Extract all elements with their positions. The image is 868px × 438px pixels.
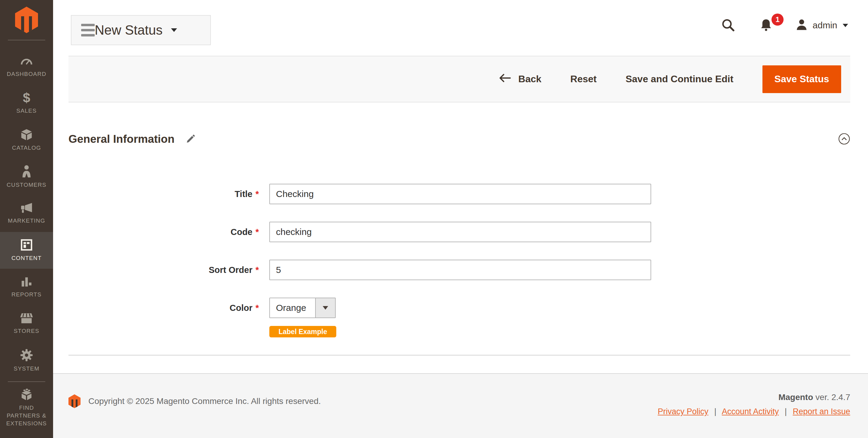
reports-barchart-icon (20, 276, 33, 288)
sidebar-item-marketing[interactable]: MARKETING (0, 195, 53, 232)
page-header: New Status (53, 0, 868, 56)
version-number: ver. 2.4.7 (815, 393, 850, 402)
save-and-continue-button[interactable]: Save and Continue Edit (625, 73, 733, 85)
select-dropdown-button[interactable] (315, 298, 335, 317)
notifications-button[interactable]: 1 (759, 18, 773, 33)
code-label: Code (68, 227, 252, 237)
sales-icon: $ (23, 92, 30, 104)
privacy-policy-link[interactable]: Privacy Policy (658, 407, 709, 416)
form-row-sort-order: Sort Order * (68, 260, 850, 280)
save-status-button[interactable]: Save Status (763, 65, 841, 93)
back-label: Back (519, 73, 542, 85)
sidebar-item-label: SALES (16, 107, 36, 115)
sidebar-item-label: DASHBOARD (7, 70, 46, 78)
header-actions: 1 admin (721, 14, 848, 36)
sidebar-item-label: STORES (14, 327, 39, 335)
save-continue-label: Save and Continue Edit (625, 73, 733, 85)
page-actions-toolbar: Back Reset Save and Continue Edit Save S… (68, 56, 850, 102)
sidebar-item-content[interactable]: CONTENT (0, 232, 53, 269)
chevron-down-icon (843, 24, 848, 27)
version-line: Magento ver. 2.4.7 (658, 393, 850, 402)
required-marker: * (255, 189, 263, 199)
code-field[interactable] (269, 222, 651, 242)
link-separator: | (714, 407, 716, 416)
catalog-box-icon (20, 128, 33, 141)
color-label: Color (68, 303, 252, 313)
username: admin (812, 20, 837, 30)
chevron-down-icon (323, 306, 328, 310)
footer-right: Magento ver. 2.4.7 Privacy Policy | Acco… (658, 393, 850, 416)
partners-brick-icon (20, 388, 33, 401)
notification-count-badge: 1 (772, 13, 783, 26)
content-layout-icon (20, 239, 33, 251)
sidebar-item-label: CONTENT (11, 254, 42, 262)
color-select[interactable]: Orange (269, 298, 336, 318)
magento-logo-link[interactable] (0, 0, 53, 40)
sidebar-item-label: CATALOG (12, 144, 41, 152)
dashboard-icon (20, 55, 33, 67)
sidebar-item-dashboard[interactable]: DASHBOARD (0, 48, 53, 85)
collapse-section-button[interactable] (838, 133, 850, 146)
sidebar-item-customers[interactable]: CUSTOMERS (0, 159, 53, 195)
title-field[interactable] (269, 184, 651, 204)
account-activity-link[interactable]: Account Activity (722, 407, 779, 416)
system-gear-icon (20, 348, 33, 362)
sidebar-nav: DASHBOARD $ SALES CATALOG (0, 48, 53, 379)
reset-label: Reset (570, 73, 596, 85)
content-column: New Status (53, 0, 868, 438)
sidebar-item-label: MARKETING (8, 217, 45, 225)
magento-footer-logo-icon (68, 394, 81, 408)
back-button[interactable]: Back (499, 73, 542, 86)
sidebar-item-catalog[interactable]: CATALOG (0, 122, 53, 159)
sort-order-field[interactable] (269, 260, 651, 280)
hamburger-icon (81, 24, 95, 36)
footer-links: Privacy Policy | Account Activity | Repo… (658, 407, 850, 416)
section-header: General Information (68, 133, 850, 146)
customers-person-icon (20, 165, 33, 178)
status-form: Title * Code * Sort Order * Color * (68, 184, 850, 337)
stores-storefront-icon (20, 313, 33, 324)
footer-left: Copyright © 2025 Magento Commerce Inc. A… (68, 394, 321, 408)
sidebar-item-find-partners[interactable]: FIND PARTNERS & EXTENSIONS (0, 385, 53, 430)
pencil-icon (185, 134, 196, 145)
form-row-color: Color * Orange (68, 298, 850, 318)
magento-logo-icon (15, 7, 38, 33)
reset-button[interactable]: Reset (570, 73, 596, 85)
sidebar-item-label: REPORTS (11, 291, 42, 299)
back-arrow-icon (499, 73, 511, 86)
bell-icon (759, 18, 773, 33)
search-icon (721, 18, 735, 33)
sidebar-item-label: CUSTOMERS (7, 181, 46, 189)
edit-section-button[interactable] (185, 134, 196, 145)
title-label: Title (68, 189, 252, 199)
page-title-menu[interactable]: New Status (71, 15, 211, 45)
section-divider (68, 355, 850, 356)
sidebar-item-system[interactable]: SYSTEM (0, 342, 53, 379)
page-footer: Copyright © 2025 Magento Commerce Inc. A… (53, 373, 868, 438)
sidebar-item-label: FIND PARTNERS & EXTENSIONS (2, 404, 51, 428)
magento-admin: DASHBOARD $ SALES CATALOG (0, 0, 868, 438)
label-preview-row: Label Example (68, 326, 850, 337)
link-separator: | (785, 407, 787, 416)
required-marker: * (255, 227, 263, 237)
chevron-up-circle-icon (838, 133, 850, 146)
sidebar: DASHBOARD $ SALES CATALOG (0, 0, 53, 438)
sidebar-item-stores[interactable]: STORES (0, 305, 53, 342)
status-label-preview-badge: Label Example (269, 326, 336, 337)
form-row-title: Title * (68, 184, 850, 204)
sort-order-label: Sort Order (68, 265, 252, 275)
report-an-issue-link[interactable]: Report an Issue (793, 407, 850, 416)
search-button[interactable] (721, 18, 735, 33)
chevron-down-icon (171, 28, 177, 32)
copyright-text: Copyright © 2025 Magento Commerce Inc. A… (88, 397, 321, 406)
admin-user-menu[interactable]: admin (795, 18, 848, 33)
main-content: General Information (53, 102, 868, 373)
color-select-value: Orange (270, 298, 315, 317)
marketing-megaphone-icon (20, 202, 33, 214)
save-status-label: Save Status (775, 73, 829, 85)
sidebar-divider (8, 40, 45, 40)
sidebar-item-sales[interactable]: $ SALES (0, 85, 53, 122)
sidebar-item-reports[interactable]: REPORTS (0, 269, 53, 305)
section-title: General Information (68, 133, 175, 145)
required-marker: * (255, 265, 263, 275)
